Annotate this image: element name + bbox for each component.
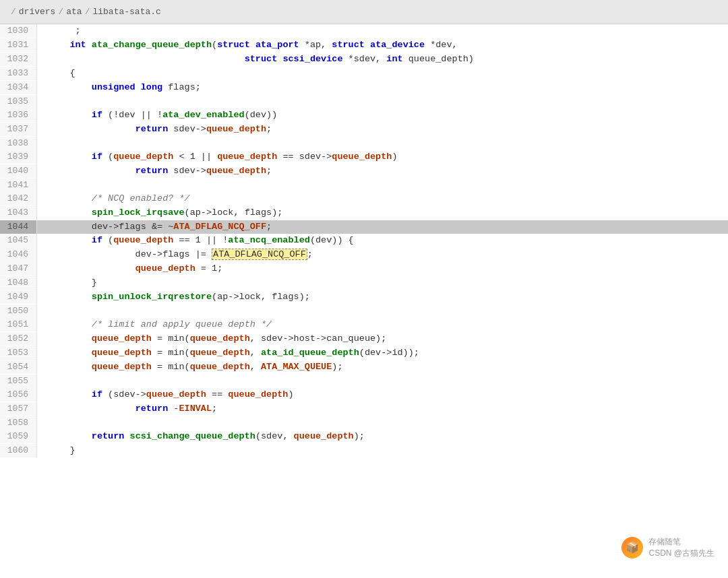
code-line-content: unsigned long flags; bbox=[37, 81, 728, 95]
code-line-content: if (sdev->queue_depth == queue_depth) bbox=[37, 388, 728, 402]
header-path-file: libata-sata.c bbox=[92, 7, 160, 17]
code-token: scsi_device bbox=[282, 54, 342, 64]
code-token: struct bbox=[245, 54, 278, 64]
code-row: 1057 return -EINVAL; bbox=[0, 402, 728, 416]
code-token: ATA_MAX_QUEUE bbox=[261, 362, 332, 372]
header: / drivers / ata / libata-sata.c bbox=[0, 0, 728, 24]
code-line-content: queue_depth = min(queue_depth, ATA_MAX_Q… bbox=[37, 360, 728, 375]
code-line-content: dev->flags &= ~ATA_DFLAG_NCQ_OFF; bbox=[37, 220, 728, 234]
code-token: queue_depth bbox=[92, 333, 152, 344]
code-row: 1054 queue_depth = min(queue_depth, ATA_… bbox=[0, 360, 728, 375]
code-row: 1044 dev->flags &= ~ATA_DFLAG_NCQ_OFF; bbox=[0, 220, 728, 234]
code-token: ata_device bbox=[370, 40, 425, 50]
code-token: ata_ncq_enabled bbox=[228, 235, 310, 245]
code-row: 1058 bbox=[0, 416, 728, 430]
line-number: 1052 bbox=[0, 332, 37, 346]
code-line-content: } bbox=[37, 276, 728, 290]
code-row: 1048 } bbox=[0, 276, 728, 290]
line-number: 1053 bbox=[0, 346, 37, 360]
code-token: queue_depth bbox=[217, 152, 277, 162]
code-row: 1033 { bbox=[0, 67, 728, 81]
code-line-content: queue_depth = 1; bbox=[37, 262, 728, 276]
code-row: 1045 if (queue_depth == 1 || !ata_ncq_en… bbox=[0, 234, 728, 248]
code-line-content: return sdev->queue_depth; bbox=[37, 123, 728, 137]
code-token: int bbox=[386, 54, 402, 64]
code-token: int bbox=[69, 40, 86, 50]
line-number: 1032 bbox=[0, 53, 37, 66]
code-token: if bbox=[92, 235, 102, 245]
watermark: 📦 存储随笔 CSDN @古猫先生 bbox=[621, 536, 715, 559]
code-row: 1036 if (!dev || !ata_dev_enabled(dev)) bbox=[0, 108, 728, 123]
line-number: 1055 bbox=[0, 375, 37, 388]
code-token: ATA_DFLAG_NCQ_OFF bbox=[173, 222, 266, 232]
code-row: 1056 if (sdev->queue_depth == queue_dept… bbox=[0, 388, 728, 402]
code-token: queue_depth bbox=[146, 389, 206, 399]
highlighted-token: ATA_DFLAG_NCQ_OFF bbox=[212, 249, 307, 260]
code-line-content: spin_lock_irqsave(ap->lock, flags); bbox=[37, 206, 728, 220]
code-row: 1039 if (queue_depth < 1 || queue_depth … bbox=[0, 150, 728, 164]
code-row: 1035 bbox=[0, 95, 728, 108]
code-line-content: } bbox=[37, 444, 728, 458]
line-number: 1048 bbox=[0, 276, 37, 290]
code-row: 1047 queue_depth = 1; bbox=[0, 262, 728, 276]
line-number: 1058 bbox=[0, 416, 37, 430]
code-row: 1049 spin_unlock_irqrestore(ap->lock, fl… bbox=[0, 290, 728, 304]
line-number: 1047 bbox=[0, 262, 37, 276]
code-token: EINVAL bbox=[179, 404, 212, 414]
code-token: queue_depth bbox=[190, 362, 250, 372]
code-row: 1046 dev->flags |= ATA_DFLAG_NCQ_OFF; bbox=[0, 248, 728, 262]
line-number: 1037 bbox=[0, 123, 37, 136]
code-token: queue_depth bbox=[206, 166, 266, 176]
code-row: 1055 bbox=[0, 375, 728, 388]
code-token: /* limit and apply queue depth */ bbox=[92, 319, 272, 329]
line-number: 1040 bbox=[0, 164, 37, 178]
code-token: queue_depth bbox=[113, 235, 173, 245]
code-row: 1041 bbox=[0, 179, 728, 192]
code-line-content: /* NCQ enabled? */ bbox=[37, 192, 728, 206]
code-line-content: if (queue_depth == 1 || !ata_ncq_enabled… bbox=[37, 234, 728, 248]
code-row: 1053 queue_depth = min(queue_depth, ata_… bbox=[0, 346, 728, 360]
line-number: 1041 bbox=[0, 179, 37, 192]
code-token: return bbox=[135, 166, 169, 176]
code-line-content: queue_depth = min(queue_depth, sdev->hos… bbox=[37, 332, 728, 346]
code-token: queue_depth bbox=[332, 152, 392, 162]
header-path-ata: ata bbox=[66, 7, 82, 17]
line-number: 1038 bbox=[0, 137, 37, 150]
code-row: 1037 return sdev->queue_depth; bbox=[0, 123, 728, 137]
code-line-content: return -EINVAL; bbox=[37, 402, 728, 416]
line-number: 1035 bbox=[0, 95, 37, 108]
code-line-content: return sdev->queue_depth; bbox=[37, 164, 728, 179]
code-line-content: dev->flags |= ATA_DFLAG_NCQ_OFF; bbox=[37, 248, 728, 262]
code-row: 1031 int ata_change_queue_depth(struct a… bbox=[0, 38, 728, 53]
code-row: 1051 /* limit and apply queue depth */ bbox=[0, 318, 728, 332]
code-row: 1059 return scsi_change_queue_depth(sdev… bbox=[0, 430, 728, 444]
header-sep3: / bbox=[85, 7, 90, 17]
code-token: queue_depth bbox=[92, 348, 152, 358]
line-number: 1030 bbox=[0, 24, 37, 38]
line-number: 1054 bbox=[0, 360, 37, 374]
code-token: queue_depth bbox=[190, 333, 250, 344]
code-token: ata_change_queue_depth bbox=[92, 40, 212, 50]
code-token: scsi_change_queue_depth bbox=[130, 431, 255, 441]
line-number: 1049 bbox=[0, 290, 37, 304]
code-token: /* NCQ enabled? */ bbox=[92, 193, 190, 203]
code-token: return bbox=[135, 404, 169, 414]
code-row: 1042 /* NCQ enabled? */ bbox=[0, 192, 728, 206]
header-path-drivers: drivers bbox=[19, 7, 56, 17]
line-number: 1059 bbox=[0, 430, 37, 443]
code-token: struct bbox=[217, 40, 250, 50]
watermark-text-block: 存储随笔 CSDN @古猫先生 bbox=[648, 536, 715, 559]
code-line-content: return scsi_change_queue_depth(sdev, que… bbox=[37, 430, 728, 444]
code-row: 1032 struct scsi_device *sdev, int queue… bbox=[0, 53, 728, 67]
code-row: 1038 bbox=[0, 137, 728, 150]
code-token: queue_depth bbox=[294, 431, 354, 441]
code-token: spin_unlock_irqrestore bbox=[92, 292, 212, 302]
watermark-icon: 📦 bbox=[621, 537, 643, 558]
code-token: unsigned long bbox=[92, 82, 162, 92]
code-row: 1040 return sdev->queue_depth; bbox=[0, 164, 728, 179]
code-line-content: ; bbox=[37, 24, 728, 38]
code-line-content: struct scsi_device *sdev, int queue_dept… bbox=[37, 53, 728, 67]
line-number: 1056 bbox=[0, 388, 37, 402]
code-token: if bbox=[92, 389, 102, 399]
line-number: 1060 bbox=[0, 444, 37, 457]
